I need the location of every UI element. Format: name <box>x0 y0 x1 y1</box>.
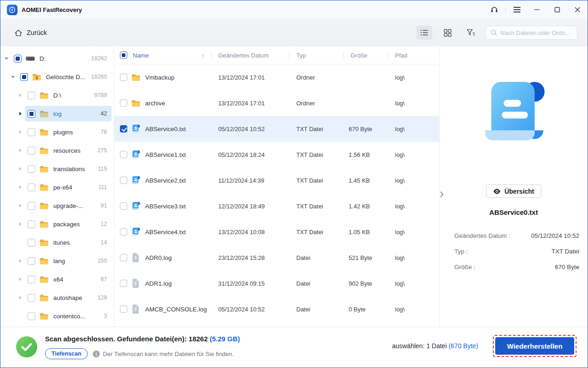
tree-checkbox[interactable] <box>28 294 35 302</box>
sidebar-tree-item[interactable]: pe-x64 111 <box>0 178 114 196</box>
expand-arrow-icon[interactable] <box>18 112 23 115</box>
tree-row[interactable]: upgrade-... 91 <box>25 198 112 213</box>
table-row[interactable]: ? archive 13/12/2024 17:01 Ordner log\ <box>114 90 439 116</box>
list-view-button[interactable] <box>417 26 432 40</box>
expand-arrow-icon[interactable] <box>18 222 23 226</box>
tree-checkbox[interactable] <box>28 110 35 118</box>
sidebar-tree-item[interactable]: D: 18262 <box>0 49 114 68</box>
expand-arrow-icon[interactable] <box>18 296 23 299</box>
tree-row[interactable]: contentco... 3 <box>25 308 112 324</box>
minimize-button[interactable] <box>527 0 547 19</box>
sort-ascending-icon[interactable]: ↑ <box>202 52 205 59</box>
sidebar-tree-item[interactable]: plugins 76 <box>0 123 114 141</box>
table-row[interactable]: ? ADR1.log 31/12/2024 09:15 Datei 902 By… <box>114 270 439 296</box>
expand-arrow-icon[interactable] <box>18 167 23 171</box>
expand-arrow-icon[interactable] <box>18 259 23 263</box>
header-path[interactable]: Pfad <box>388 46 439 64</box>
sidebar-tree-item[interactable]: log 42 <box>0 104 114 123</box>
search-box[interactable] <box>486 26 577 40</box>
sidebar-tree-item[interactable]: Gelöschte D... 18260 <box>0 68 114 86</box>
tree-checkbox[interactable] <box>28 92 35 99</box>
expand-arrow-icon[interactable] <box>18 149 23 152</box>
tree-checkbox[interactable] <box>20 73 28 81</box>
tree-row[interactable]: packages 12 <box>25 216 112 232</box>
close-button[interactable] <box>567 0 588 19</box>
overview-button[interactable]: Übersicht <box>486 184 541 198</box>
row-checkbox[interactable] <box>120 125 127 132</box>
tree-row[interactable]: translations 115 <box>25 161 112 177</box>
sidebar-tree-item[interactable]: resources 275 <box>0 141 114 160</box>
tree-row[interactable]: D: 18262 <box>11 51 112 66</box>
row-checkbox[interactable] <box>120 74 127 81</box>
sidebar-tree-item[interactable]: packages 12 <box>0 215 114 233</box>
deep-scan-button[interactable]: Tiefenscan <box>45 348 88 359</box>
back-home-button[interactable]: Zurück <box>14 29 47 37</box>
tree-row[interactable]: itunes 14 <box>25 235 112 250</box>
row-checkbox[interactable] <box>120 305 127 313</box>
select-all-checkbox[interactable] <box>120 52 127 59</box>
sidebar-tree-item[interactable]: itunes 14 <box>0 233 114 252</box>
table-row[interactable]: ? ADR0.log 23/12/2024 15:28 Datei 521 By… <box>114 245 439 270</box>
collapse-panel-icon[interactable] <box>440 191 444 199</box>
tree-checkbox[interactable] <box>28 239 35 247</box>
header-date[interactable]: Geändertes Datum <box>211 46 289 64</box>
header-type[interactable]: Typ <box>289 46 343 64</box>
menu-button[interactable] <box>507 0 527 19</box>
sidebar-tree-item[interactable]: upgrade-... 91 <box>0 196 114 215</box>
sidebar-tree-item[interactable]: autoshape 128 <box>0 288 114 307</box>
table-row[interactable]: ? ABService2.txt 11/12/2024 14:39 TXT Da… <box>114 167 439 193</box>
tree-row[interactable]: x64 67 <box>25 271 112 287</box>
table-row[interactable]: ? Vmbackup 13/12/2024 17:01 Ordner log\ <box>114 64 439 90</box>
tree-checkbox[interactable] <box>28 128 35 136</box>
tree-row[interactable]: plugins 76 <box>25 124 112 140</box>
row-checkbox[interactable] <box>120 99 127 107</box>
tree-checkbox[interactable] <box>28 147 35 155</box>
header-name[interactable]: Name ↑ <box>114 46 211 64</box>
recover-button[interactable]: Wiederherstellen <box>495 337 574 355</box>
tree-checkbox[interactable] <box>28 257 35 265</box>
sidebar-tree-item[interactable]: translations 115 <box>0 160 114 178</box>
tree-checkbox[interactable] <box>14 55 22 63</box>
table-row[interactable]: ? ABService4.txt 13/12/2024 10:08 TXT Da… <box>114 219 439 245</box>
table-row[interactable]: ? ABService3.txt 12/12/2024 18:49 TXT Da… <box>114 193 439 219</box>
grid-view-button[interactable] <box>440 26 455 40</box>
tree-checkbox[interactable] <box>28 312 35 320</box>
sidebar-tree-item[interactable]: D:\ 9789 <box>0 86 114 104</box>
tree-row[interactable]: lang 150 <box>25 253 112 269</box>
expand-arrow-icon[interactable] <box>18 204 23 207</box>
row-checkbox[interactable] <box>120 202 127 210</box>
expand-arrow-icon[interactable] <box>11 76 15 78</box>
search-input[interactable] <box>500 29 572 36</box>
tree-row[interactable]: log 42 <box>25 106 112 121</box>
tree-checkbox[interactable] <box>28 184 35 191</box>
expand-arrow-icon[interactable] <box>18 185 23 189</box>
sidebar-tree-item[interactable]: contentco... 3 <box>0 307 114 325</box>
maximize-button[interactable] <box>547 0 567 19</box>
row-checkbox[interactable] <box>120 280 127 287</box>
tree-row[interactable]: autoshape 128 <box>25 290 112 305</box>
tree-row[interactable]: resources 275 <box>25 143 112 158</box>
tree-checkbox[interactable] <box>28 165 35 173</box>
support-headset-button[interactable] <box>484 0 504 19</box>
table-row[interactable]: ? AMCB_CONSOLE.log 05/12/2024 10:52 Date… <box>114 296 439 322</box>
tree-row[interactable]: pe-x64 111 <box>25 179 112 195</box>
table-row[interactable]: ? ABService1.txt 05/12/2024 18:24 TXT Da… <box>114 142 439 167</box>
filter-button[interactable] <box>463 26 478 40</box>
row-checkbox[interactable] <box>120 228 127 236</box>
tree-checkbox[interactable] <box>28 202 35 210</box>
tree-checkbox[interactable] <box>28 220 35 228</box>
tree-row[interactable]: Gelöschte D... 18260 <box>17 69 112 85</box>
expand-arrow-icon[interactable] <box>18 130 23 134</box>
sidebar-tree-item[interactable]: lang 150 <box>0 252 114 270</box>
expand-arrow-icon[interactable] <box>18 277 23 281</box>
row-checkbox[interactable] <box>120 151 127 158</box>
row-checkbox[interactable] <box>120 177 127 184</box>
tree-row[interactable]: D:\ 9789 <box>25 87 112 103</box>
header-size[interactable]: Größe <box>343 46 388 64</box>
tree-checkbox[interactable] <box>28 276 35 283</box>
expand-arrow-icon[interactable] <box>4 58 9 60</box>
sidebar-tree-item[interactable]: x64 67 <box>0 270 114 288</box>
row-checkbox[interactable] <box>120 254 127 261</box>
expand-arrow-icon[interactable] <box>18 93 23 97</box>
table-row[interactable]: ? ABService0.txt 05/12/2024 10:52 TXT Da… <box>114 116 439 142</box>
